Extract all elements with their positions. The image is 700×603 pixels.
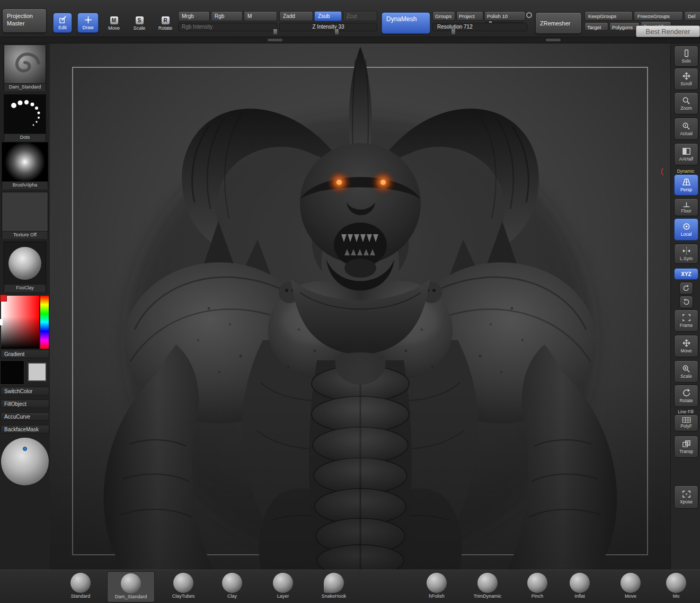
- brush-label: Dam_Standard: [108, 594, 154, 599]
- brush-label: TrimDynamic: [466, 593, 509, 599]
- local-button[interactable]: Local: [674, 218, 698, 241]
- xpose-button[interactable]: Xpose: [674, 485, 698, 509]
- project-button[interactable]: Project: [456, 11, 483, 21]
- rotate-view-button[interactable]: Rotate: [674, 385, 698, 407]
- polish-toggle-icon[interactable]: [526, 12, 532, 18]
- line-fill-label: Line Fill: [671, 409, 700, 414]
- brush-clay[interactable]: Clay: [213, 571, 251, 599]
- magnifier-icon: [681, 96, 692, 105]
- main-color-swatch[interactable]: [0, 360, 24, 385]
- resolution-slider[interactable]: Resolution 712: [432, 23, 527, 31]
- fillobject-button[interactable]: FillObject: [1, 400, 49, 408]
- projection-master-button[interactable]: Projection Master: [2, 8, 47, 33]
- backfacemask-button[interactable]: BackfaceMask: [1, 425, 49, 433]
- zsub-button[interactable]: Zsub: [314, 11, 342, 21]
- frame-corners-icon: [681, 313, 692, 322]
- saturation-square[interactable]: [1, 296, 39, 349]
- z-intensity-thumb[interactable]: [334, 29, 339, 35]
- hue-marker[interactable]: [0, 319, 3, 325]
- current-color-swatch[interactable]: [0, 295, 7, 302]
- solo-button[interactable]: Solo: [674, 46, 698, 67]
- polish-slider[interactable]: Polish 10: [484, 11, 526, 21]
- scale-tool-icon: S: [136, 16, 144, 24]
- edit-button[interactable]: Edit: [53, 13, 72, 33]
- mrgb-button[interactable]: Mrgb: [178, 11, 210, 21]
- brush-label: Mo: [657, 593, 695, 599]
- brush-standard[interactable]: Standard: [61, 571, 100, 599]
- move-view-button[interactable]: Move: [674, 335, 698, 357]
- brush-sphere-icon: [121, 573, 141, 593]
- material-thumbnail[interactable]: FooClay: [4, 242, 46, 291]
- texture-thumbnail[interactable]: Texture Off: [2, 192, 48, 238]
- button-label: Xpose: [680, 499, 693, 504]
- rotate-cw-button[interactable]: [679, 282, 693, 295]
- target-button[interactable]: Target: [584, 22, 608, 31]
- m-button[interactable]: M: [244, 11, 277, 21]
- secondary-color-swatch[interactable]: [28, 362, 47, 382]
- brush-mo-partial[interactable]: Mo: [657, 571, 695, 599]
- button-label: Transp: [679, 449, 693, 454]
- dynamesh-button[interactable]: DynaMesh: [382, 12, 430, 34]
- strip-handle[interactable]: [268, 39, 282, 41]
- move-tool-button[interactable]: M Move: [104, 14, 124, 33]
- zremesher-button[interactable]: ZRemesher: [535, 12, 582, 34]
- brush-trimdynamic[interactable]: TrimDynamic: [466, 571, 509, 599]
- material-sphere-icon: [8, 247, 41, 280]
- hue-strip[interactable]: [40, 296, 49, 349]
- brush-inflat[interactable]: Inflat: [561, 571, 599, 599]
- draw-button[interactable]: Draw: [77, 13, 99, 33]
- z-intensity-slider[interactable]: Z Intensity 33: [279, 23, 377, 31]
- resolution-thumb[interactable]: [451, 29, 456, 35]
- brush-move[interactable]: Move: [612, 571, 650, 599]
- gradient-toggle[interactable]: Gradient: [1, 350, 49, 358]
- rotate-tool-button[interactable]: R Rotate: [155, 14, 176, 33]
- brush-pinch[interactable]: Pinch: [518, 571, 556, 599]
- brush-dam-standard-selected[interactable]: Dam_Standard: [107, 571, 155, 602]
- zadd-button[interactable]: Zadd: [279, 11, 313, 21]
- current-brush-thumbnail[interactable]: Dam_Standard: [4, 45, 46, 91]
- alpha-thumbnail[interactable]: BrushAlpha: [2, 142, 48, 189]
- brush-claytubes[interactable]: ClayTubes: [164, 571, 202, 599]
- frame-button[interactable]: Frame: [674, 309, 698, 332]
- best-renderer-button[interactable]: Best Renderer: [636, 25, 700, 37]
- keepgroups-button[interactable]: KeepGroups: [584, 11, 633, 21]
- del-button[interactable]: Del: [684, 11, 700, 21]
- rotate-ccw-button[interactable]: [679, 296, 693, 308]
- rgb-intensity-thumb[interactable]: [273, 29, 278, 35]
- button-label: AAHalf: [679, 156, 693, 162]
- switchcolor-button[interactable]: SwitchColor: [1, 387, 49, 395]
- scale-view-button[interactable]: Scale: [674, 360, 698, 383]
- floor-button[interactable]: Floor: [674, 198, 698, 216]
- rgb-button[interactable]: Rgb: [211, 11, 243, 21]
- aahalf-button[interactable]: AAHalf: [674, 143, 698, 165]
- brush-snakehook[interactable]: SnakeHook: [315, 571, 353, 599]
- brush-sphere-icon: [477, 573, 498, 593]
- color-picker[interactable]: [0, 295, 50, 350]
- scroll-button[interactable]: Scroll: [674, 68, 698, 90]
- rotate-tool-label: Rotate: [158, 25, 173, 31]
- xyz-button[interactable]: XYZ: [674, 268, 698, 280]
- strip-handle[interactable]: [546, 39, 561, 41]
- zoom-button[interactable]: Zoom: [674, 92, 698, 114]
- expand-arrows-icon: [681, 490, 692, 499]
- rgb-intensity-slider[interactable]: Rgb Intensity: [178, 23, 277, 31]
- persp-button[interactable]: Persp: [674, 174, 698, 196]
- lsym-button[interactable]: L.Sym: [674, 244, 698, 264]
- scale-tool-button[interactable]: S Scale: [129, 14, 149, 33]
- brush-label: ClayTubes: [164, 593, 202, 599]
- alpha-name: BrushAlpha: [2, 181, 48, 189]
- stroke-thumbnail[interactable]: Dots: [4, 94, 46, 141]
- freezegroups-button[interactable]: FreezeGroups: [634, 11, 683, 21]
- polygons-button[interactable]: Polygons: [609, 22, 640, 31]
- polyf-button[interactable]: PolyF: [674, 414, 698, 431]
- stroke-preview-sphere[interactable]: [1, 438, 50, 486]
- brush-hpolish[interactable]: hPolish: [418, 571, 456, 599]
- actual-button[interactable]: Actual: [674, 118, 698, 140]
- accucurve-button[interactable]: AccuCurve: [1, 412, 49, 421]
- transp-button[interactable]: Transp: [674, 436, 698, 458]
- brush-layer[interactable]: Layer: [264, 571, 302, 599]
- brush-label: Pinch: [518, 593, 556, 599]
- groups-button[interactable]: Groups: [432, 11, 455, 21]
- zcut-button[interactable]: Zcut: [343, 11, 377, 21]
- sculpt-viewport[interactable]: [50, 43, 670, 570]
